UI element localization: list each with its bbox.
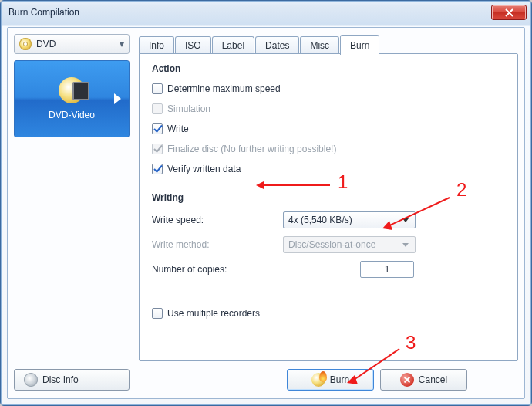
select-write-method: Disc/Session-at-once [283,236,416,253]
tab-strip: Info ISO Label Dates Misc Burn [139,34,518,54]
checkbox-multi-recorders[interactable] [152,308,163,319]
check-icon [153,123,163,134]
annotation-arrow-3 [341,346,402,389]
chevron-down-icon [399,237,412,252]
media-type-dropdown[interactable]: DVD ▾ [14,34,130,54]
close-icon [505,8,513,17]
disc-icon [19,38,32,50]
burn-panel: Action Determine maximum speed Simulatio… [139,53,518,361]
close-button[interactable] [491,5,527,20]
tab-burn[interactable]: Burn [340,35,379,55]
svg-marker-1 [256,181,264,189]
dialog-body: DVD ▾ DVD-Video Info ISO Label Dates Mis… [7,27,525,399]
svg-line-2 [386,198,450,227]
check-icon [153,164,163,174]
checkbox-simulation [152,103,163,114]
disc-info-label: Disc Info [42,374,79,385]
play-arrow-icon [114,93,121,104]
tab-misc[interactable]: Misc [300,36,339,55]
label-copies: Number of copies: [152,264,283,275]
tab-info[interactable]: Info [139,36,174,55]
titlebar: Burn Compilation [1,1,531,24]
svg-line-4 [352,349,399,381]
compilation-card[interactable]: DVD-Video [14,60,130,137]
chevron-down-icon: ▾ [120,39,124,49]
input-copies[interactable]: 1 [360,261,414,278]
label-write-speed: Write speed: [152,215,283,225]
checkbox-finalize [152,144,163,154]
svg-marker-5 [347,375,358,384]
write-speed-value: 4x (5,540 KB/s) [288,215,352,225]
tab-dates[interactable]: Dates [255,36,299,55]
label-determine-max-speed: Determine maximum speed [167,83,281,94]
label-verify: Verify written data [167,164,241,174]
check-icon [153,144,163,154]
section-action: Action [152,63,505,74]
dvd-video-icon [59,77,85,103]
disc-info-button[interactable]: Disc Info [14,369,130,391]
write-method-value: Disc/Session-at-once [288,239,375,250]
checkbox-verify[interactable] [152,164,163,174]
disc-info-icon [24,373,38,387]
cancel-label: Cancel [419,374,447,385]
tab-label[interactable]: Label [212,36,254,55]
label-simulation: Simulation [167,103,210,114]
media-type-label: DVD [36,39,56,49]
burn-icon [311,373,325,387]
label-finalize: Finalize disc (No further writing possib… [167,144,336,154]
label-multi-recorders: Use multiple recorders [167,308,260,319]
tab-iso[interactable]: ISO [175,36,211,55]
label-write: Write [167,123,189,134]
annotation-arrow-1 [254,179,330,191]
window: Burn Compilation DVD ▾ DVD-Video Info IS… [0,0,532,406]
label-write-method: Write method: [152,239,283,250]
annotation-arrow-2 [375,195,453,233]
checkbox-determine-max-speed[interactable] [152,83,163,94]
compilation-name: DVD-Video [49,110,95,120]
checkbox-write[interactable] [152,123,163,134]
window-title: Burn Compilation [8,7,79,18]
